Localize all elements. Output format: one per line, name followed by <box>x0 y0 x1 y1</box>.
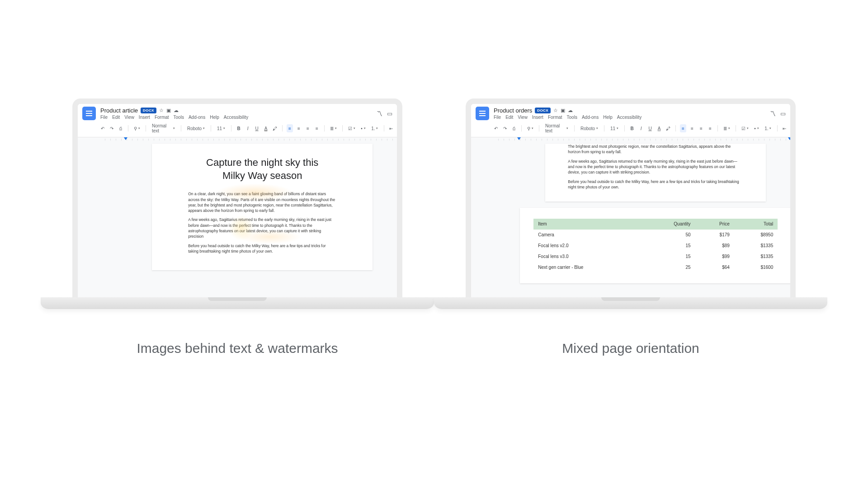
indent-less-icon[interactable]: ⇤ <box>388 124 394 132</box>
indent-less-icon[interactable]: ⇤ <box>781 124 788 132</box>
bullets-icon[interactable]: • <box>359 124 367 132</box>
docs-app-right: Product orders DOCX ☆ ▣ ☁ File <box>471 104 790 297</box>
menu-insert[interactable]: Insert <box>139 115 150 120</box>
cloud-icon[interactable]: ☁ <box>568 108 573 113</box>
docx-badge: DOCX <box>141 108 156 113</box>
text-color-icon[interactable]: A <box>656 124 662 132</box>
italic-icon[interactable]: I <box>638 124 644 132</box>
indent-more-icon[interactable]: ⇥ <box>790 124 796 132</box>
print-icon[interactable]: ⎙ <box>118 124 124 132</box>
align-center-icon[interactable]: ≡ <box>296 124 302 132</box>
doc-paragraph: A few weeks ago, Sagittarius returned to… <box>188 217 336 239</box>
style-dropdown[interactable]: Normal text <box>150 122 177 134</box>
undo-icon[interactable]: ↶ <box>99 124 106 132</box>
document-page-portrait[interactable]: The brightest and most photogenic region… <box>545 144 766 202</box>
left-column: Product article DOCX ☆ ▣ ☁ File <box>63 99 411 356</box>
menu-help[interactable]: Help <box>210 115 219 120</box>
zoom-dropdown[interactable]: ⚲ <box>132 124 142 132</box>
col-total: Total <box>734 219 778 230</box>
indent-more-icon[interactable]: ⇥ <box>397 124 402 132</box>
docx-badge: DOCX <box>535 108 551 113</box>
line-spacing-icon[interactable]: ≣ <box>329 124 338 132</box>
menu-view[interactable]: View <box>518 115 528 120</box>
checklist-icon[interactable]: ☑ <box>740 124 750 132</box>
move-icon[interactable]: ▣ <box>561 108 565 113</box>
activity-icon[interactable]: 〽 <box>770 110 776 117</box>
undo-icon[interactable]: ↶ <box>493 124 499 132</box>
numbers-icon[interactable]: 1. <box>370 124 379 132</box>
align-justify-icon[interactable]: ≡ <box>314 124 320 132</box>
bold-icon[interactable]: B <box>236 124 242 132</box>
ruler[interactable] <box>105 137 402 142</box>
cloud-icon[interactable]: ☁ <box>174 108 179 113</box>
star-icon[interactable]: ☆ <box>159 108 164 113</box>
comment-icon[interactable]: ▭ <box>780 110 786 117</box>
menu-insert[interactable]: Insert <box>532 115 543 120</box>
menu-edit[interactable]: Edit <box>505 115 513 120</box>
underline-icon[interactable]: U <box>254 124 260 132</box>
bullets-icon[interactable]: • <box>753 124 760 132</box>
style-dropdown[interactable]: Normal text <box>543 122 570 134</box>
align-left-icon[interactable]: ≡ <box>287 124 293 132</box>
doc-title[interactable]: Product orders <box>494 107 532 114</box>
activity-icon[interactable]: 〽 <box>377 110 382 117</box>
menu-addons[interactable]: Add-ons <box>582 115 599 120</box>
menu-addons[interactable]: Add-ons <box>189 115 205 120</box>
align-center-icon[interactable]: ≡ <box>689 124 695 132</box>
menu-tools[interactable]: Tools <box>567 115 577 120</box>
redo-icon[interactable]: ↷ <box>108 124 115 132</box>
menu-accessibility[interactable]: Accessibility <box>617 115 642 120</box>
caption-right: Mixed page orientation <box>562 341 699 356</box>
highlight-icon[interactable]: 🖍 <box>665 124 671 132</box>
menu-format[interactable]: Format <box>548 115 562 120</box>
cell-qty: 15 <box>643 240 695 251</box>
comment-icon[interactable]: ▭ <box>387 110 392 117</box>
size-dropdown[interactable]: 11 <box>215 125 227 132</box>
menu-help[interactable]: Help <box>603 115 613 120</box>
numbers-icon[interactable]: 1. <box>763 124 773 132</box>
share-button[interactable]: Share <box>790 109 796 118</box>
text-color-icon[interactable]: A <box>263 124 269 132</box>
bold-icon[interactable]: B <box>629 124 635 132</box>
cell-item: Next gen carrier - Blue <box>533 262 643 273</box>
highlight-icon[interactable]: 🖍 <box>272 124 278 132</box>
document-page-landscape[interactable]: Item Quantity Price Total Camera <box>520 208 791 283</box>
heading-line1: Capture the night sky this <box>206 157 318 168</box>
checklist-icon[interactable]: ☑ <box>347 124 357 132</box>
italic-icon[interactable]: I <box>245 124 251 132</box>
menu-tools[interactable]: Tools <box>174 115 184 120</box>
align-right-icon[interactable]: ≡ <box>305 124 311 132</box>
font-dropdown[interactable]: Roboto <box>579 125 600 132</box>
document-page[interactable]: Capture the night sky this Milky Way sea… <box>152 144 373 270</box>
font-dropdown[interactable]: Roboto <box>185 125 207 132</box>
menu-edit[interactable]: Edit <box>112 115 120 120</box>
move-icon[interactable]: ▣ <box>166 108 171 113</box>
share-button[interactable]: Share <box>397 109 402 118</box>
menu-accessibility[interactable]: Accessibility <box>224 115 248 120</box>
doc-paragraph: On a clear, dark night, you can see a fa… <box>188 191 336 213</box>
menu-format[interactable]: Format <box>155 115 169 120</box>
size-dropdown[interactable]: 11 <box>609 125 620 132</box>
laptop-left: Product article DOCX ☆ ▣ ☁ File <box>63 99 411 309</box>
redo-icon[interactable]: ↷ <box>502 124 508 132</box>
orders-table: Item Quantity Price Total Camera <box>533 219 778 272</box>
menu-view[interactable]: View <box>124 115 134 120</box>
cell-total: $1600 <box>734 262 778 273</box>
line-spacing-icon[interactable]: ≣ <box>722 124 731 132</box>
ruler[interactable] <box>498 137 796 142</box>
align-right-icon[interactable]: ≡ <box>698 124 704 132</box>
menu-file[interactable]: File <box>494 115 501 120</box>
docs-logo-icon[interactable] <box>82 107 96 120</box>
align-justify-icon[interactable]: ≡ <box>707 124 713 132</box>
toolbar: ↶ ↷ ⎙ ⚲ Normal text Roboto 11 <box>78 120 402 137</box>
doc-title[interactable]: Product article <box>100 107 138 114</box>
print-icon[interactable]: ⎙ <box>511 124 517 132</box>
doc-paragraph: Before you head outside to catch the Mil… <box>188 243 336 254</box>
zoom-dropdown[interactable]: ⚲ <box>526 124 535 132</box>
underline-icon[interactable]: U <box>647 124 653 132</box>
star-icon[interactable]: ☆ <box>553 108 558 113</box>
align-left-icon[interactable]: ≡ <box>680 124 686 132</box>
laptop-base <box>434 297 827 309</box>
docs-logo-icon[interactable] <box>476 107 489 120</box>
menu-file[interactable]: File <box>100 115 108 120</box>
